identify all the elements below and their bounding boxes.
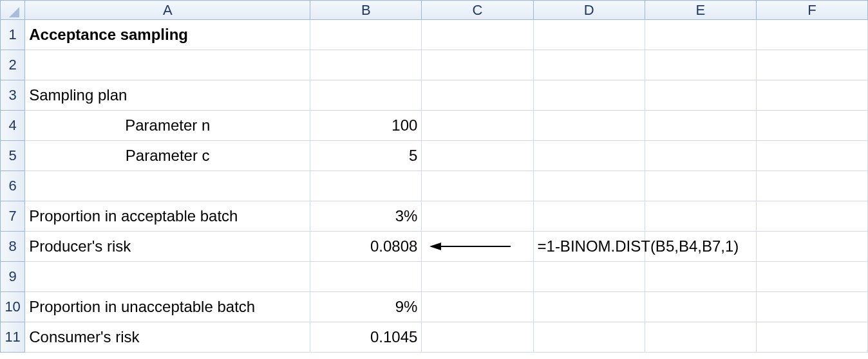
row-header-10[interactable]: 10 bbox=[1, 292, 25, 322]
cell-A9[interactable] bbox=[25, 262, 310, 292]
cell-C11[interactable] bbox=[422, 322, 533, 353]
cell-A5[interactable]: Parameter c bbox=[25, 141, 310, 171]
row-4: 4 Parameter n 100 bbox=[1, 111, 868, 141]
cell-B9[interactable] bbox=[310, 262, 422, 292]
cell-A4[interactable]: Parameter n bbox=[25, 111, 310, 141]
cell-A10[interactable]: Proportion in unacceptable batch bbox=[25, 292, 310, 322]
cell-C7[interactable] bbox=[422, 201, 533, 232]
cell-F10[interactable] bbox=[756, 292, 867, 322]
cell-E2[interactable] bbox=[645, 50, 756, 80]
col-header-C[interactable]: C bbox=[422, 1, 533, 20]
select-all-corner[interactable] bbox=[1, 1, 25, 20]
cell-C9[interactable] bbox=[422, 262, 533, 292]
cell-B7[interactable]: 3% bbox=[310, 201, 422, 232]
cell-F5[interactable] bbox=[756, 141, 867, 171]
cell-B11[interactable]: 0.1045 bbox=[310, 322, 422, 353]
cell-F1[interactable] bbox=[756, 20, 867, 50]
cell-D9[interactable] bbox=[533, 262, 645, 292]
cell-F9[interactable] bbox=[756, 262, 867, 292]
col-header-E[interactable]: E bbox=[645, 1, 756, 20]
cell-A6[interactable] bbox=[25, 171, 310, 201]
cell-B10[interactable]: 9% bbox=[310, 292, 422, 322]
cell-F7[interactable] bbox=[756, 201, 867, 232]
select-all-icon bbox=[9, 7, 19, 17]
cell-E7[interactable] bbox=[645, 201, 756, 232]
cell-D11[interactable] bbox=[533, 322, 645, 353]
cell-F8[interactable] bbox=[756, 232, 867, 262]
cell-E9[interactable] bbox=[645, 262, 756, 292]
row-header-7[interactable]: 7 bbox=[1, 201, 25, 232]
cell-E11[interactable] bbox=[645, 322, 756, 353]
cell-D6[interactable] bbox=[533, 171, 645, 201]
column-header-row: A B C D E F bbox=[1, 1, 868, 20]
row-header-4[interactable]: 4 bbox=[1, 111, 25, 141]
cell-D8[interactable]: =1-BINOM.DIST(B5,B4,B7,1) bbox=[533, 232, 645, 262]
col-header-B[interactable]: B bbox=[310, 1, 422, 20]
cell-B1[interactable] bbox=[310, 20, 422, 50]
cell-F2[interactable] bbox=[756, 50, 867, 80]
cell-D4[interactable] bbox=[533, 111, 645, 141]
row-header-11[interactable]: 11 bbox=[1, 322, 25, 353]
cell-B3[interactable] bbox=[310, 80, 422, 111]
cell-D7[interactable] bbox=[533, 201, 645, 232]
col-header-D[interactable]: D bbox=[533, 1, 645, 20]
cell-C10[interactable] bbox=[422, 292, 533, 322]
row-10: 10 Proportion in unacceptable batch 9% bbox=[1, 292, 868, 322]
cell-D10[interactable] bbox=[533, 292, 645, 322]
cell-C1[interactable] bbox=[422, 20, 533, 50]
col-header-A[interactable]: A bbox=[25, 1, 310, 20]
cell-A11[interactable]: Consumer's risk bbox=[25, 322, 310, 353]
row-9: 9 bbox=[1, 262, 868, 292]
cell-E6[interactable] bbox=[645, 171, 756, 201]
row-6: 6 bbox=[1, 171, 868, 201]
cell-B8[interactable]: 0.0808 bbox=[310, 232, 422, 262]
row-2: 2 bbox=[1, 50, 868, 80]
cell-F4[interactable] bbox=[756, 111, 867, 141]
row-header-1[interactable]: 1 bbox=[1, 20, 25, 50]
cell-B2[interactable] bbox=[310, 50, 422, 80]
cell-E4[interactable] bbox=[645, 111, 756, 141]
cell-A2[interactable] bbox=[25, 50, 310, 80]
cell-C2[interactable] bbox=[422, 50, 533, 80]
row-header-6[interactable]: 6 bbox=[1, 171, 25, 201]
cell-C8[interactable] bbox=[422, 232, 533, 262]
cell-E10[interactable] bbox=[645, 292, 756, 322]
row-header-5[interactable]: 5 bbox=[1, 141, 25, 171]
formula-annotation: =1-BINOM.DIST(B5,B4,B7,1) bbox=[538, 237, 739, 255]
cell-F11[interactable] bbox=[756, 322, 867, 353]
row-11: 11 Consumer's risk 0.1045 bbox=[1, 322, 868, 353]
cell-F3[interactable] bbox=[756, 80, 867, 111]
row-7: 7 Proportion in acceptable batch 3% bbox=[1, 201, 868, 232]
cell-A1[interactable]: Acceptance sampling bbox=[25, 20, 310, 50]
cell-C5[interactable] bbox=[422, 141, 533, 171]
cell-D2[interactable] bbox=[533, 50, 645, 80]
cell-A8[interactable]: Producer's risk bbox=[25, 232, 310, 262]
cell-B6[interactable] bbox=[310, 171, 422, 201]
cell-D5[interactable] bbox=[533, 141, 645, 171]
row-8: 8 Producer's risk 0.0808 =1-BINOM.DIST(B… bbox=[1, 232, 868, 262]
cell-C4[interactable] bbox=[422, 111, 533, 141]
row-header-2[interactable]: 2 bbox=[1, 50, 25, 80]
cell-E3[interactable] bbox=[645, 80, 756, 111]
row-header-9[interactable]: 9 bbox=[1, 262, 25, 292]
row-3: 3 Sampling plan bbox=[1, 80, 868, 111]
arrow-left-icon bbox=[428, 241, 512, 252]
cell-C6[interactable] bbox=[422, 171, 533, 201]
col-header-F[interactable]: F bbox=[756, 1, 867, 20]
svg-marker-1 bbox=[429, 243, 441, 250]
cell-F6[interactable] bbox=[756, 171, 867, 201]
row-header-8[interactable]: 8 bbox=[1, 232, 25, 262]
cell-A3[interactable]: Sampling plan bbox=[25, 80, 310, 111]
row-header-3[interactable]: 3 bbox=[1, 80, 25, 111]
cell-D1[interactable] bbox=[533, 20, 645, 50]
cell-E1[interactable] bbox=[645, 20, 756, 50]
cell-C3[interactable] bbox=[422, 80, 533, 111]
cell-D3[interactable] bbox=[533, 80, 645, 111]
cell-B5[interactable]: 5 bbox=[310, 141, 422, 171]
cell-B4[interactable]: 100 bbox=[310, 111, 422, 141]
row-1: 1 Acceptance sampling bbox=[1, 20, 868, 50]
cell-A7[interactable]: Proportion in acceptable batch bbox=[25, 201, 310, 232]
cell-E5[interactable] bbox=[645, 141, 756, 171]
spreadsheet-grid[interactable]: A B C D E F 1 Acceptance sampling 2 bbox=[0, 0, 868, 353]
spreadsheet-view: A B C D E F 1 Acceptance sampling 2 bbox=[0, 0, 868, 359]
